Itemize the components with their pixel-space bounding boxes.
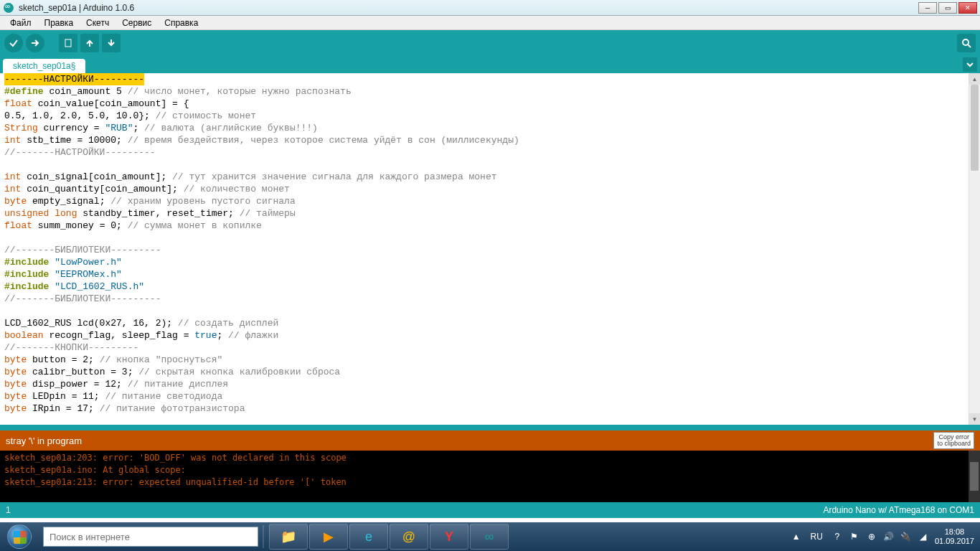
tray-show-hidden[interactable]: ▲ (791, 531, 802, 542)
language-indicator[interactable]: RU (808, 532, 826, 542)
board-info: Arduino Nano w/ ATmega168 on COM1 (823, 505, 974, 515)
tab-label: sketch_sep01a (13, 61, 71, 71)
file-new-icon (63, 38, 73, 48)
search-input[interactable] (44, 532, 258, 542)
console-line: sketch_sep01a.ino: At global scope: (4, 465, 186, 475)
windows-taskbar: 📁 ▶ e @ Y ∞ ▲ RU ? ⚑ ⊕ 🔊 🔌 ◢ 18:08 01.09… (0, 522, 980, 551)
system-tray: ▲ RU ? ⚑ ⊕ 🔊 🔌 ◢ 18:08 01.09.2017 (785, 527, 980, 546)
ie-icon: e (365, 529, 372, 545)
scroll-thumb[interactable] (971, 85, 979, 171)
arduino-icon: ∞ (485, 529, 494, 545)
task-yandex[interactable]: Y (430, 524, 468, 550)
console-output[interactable]: sketch_sep01a:203: error: 'BOD_OFF' was … (0, 451, 980, 502)
maximize-button[interactable]: ▭ (938, 2, 957, 14)
scroll-down-button[interactable]: ▼ (969, 413, 980, 425)
console-line: sketch_sep01a:213: error: expected unqua… (4, 477, 347, 487)
arduino-app-icon (3, 2, 14, 14)
task-explorer[interactable]: 📁 (269, 524, 308, 550)
verify-button[interactable] (4, 34, 23, 52)
tab-menu-button[interactable] (963, 57, 977, 72)
menu-file[interactable]: Файл (4, 17, 37, 29)
task-arduino[interactable]: ∞ (470, 524, 509, 550)
window-titlebar: sketch_sep01a | Arduino 1.0.6 ─ ▭ ✕ (0, 0, 980, 16)
menu-sketch[interactable]: Скетч (80, 17, 115, 29)
console-scrollbar[interactable] (969, 451, 980, 502)
check-icon (9, 38, 19, 48)
tab-sketch[interactable]: sketch_sep01a§ (3, 59, 85, 73)
open-button[interactable] (80, 34, 99, 52)
windows-logo-icon (7, 524, 32, 549)
play-icon: ▶ (324, 529, 334, 545)
upload-button[interactable] (26, 34, 44, 52)
arrow-down-icon (106, 38, 116, 48)
serial-monitor-button[interactable] (957, 34, 976, 52)
tray-volume-icon[interactable]: 🔊 (883, 531, 895, 542)
window-title: sketch_sep01a | Arduino 1.0.6 (19, 3, 918, 13)
menu-bar: Файл Правка Скетч Сервис Справка (0, 16, 980, 30)
pane-divider[interactable] (0, 425, 980, 430)
close-button[interactable]: ✕ (958, 2, 977, 14)
task-media-player[interactable]: ▶ (309, 524, 348, 550)
chevron-down-icon (966, 61, 974, 68)
clock-date: 01.09.2017 (935, 537, 974, 546)
scroll-thumb[interactable] (970, 462, 979, 491)
menu-help[interactable]: Справка (159, 17, 204, 29)
window-buttons: ─ ▭ ✕ (918, 2, 977, 14)
tray-wifi-icon[interactable]: ◢ (918, 531, 929, 542)
tray-flag-icon[interactable]: ⚑ (849, 531, 860, 542)
folder-icon: 📁 (281, 529, 296, 545)
task-mail[interactable]: @ (390, 524, 428, 550)
tray-help-icon[interactable]: ? (831, 531, 843, 542)
editor-area: -------НАСТРОЙКИ--------- #define coin_a… (0, 73, 980, 425)
arrow-right-icon (30, 38, 40, 48)
yandex-icon: Y (445, 529, 453, 545)
arrow-up-icon (85, 38, 95, 48)
task-ie[interactable]: e (349, 524, 388, 550)
taskbar-search[interactable] (43, 527, 258, 547)
code-editor[interactable]: -------НАСТРОЙКИ--------- #define coin_a… (0, 73, 969, 425)
menu-edit[interactable]: Правка (39, 17, 80, 29)
magnifier-icon (961, 38, 971, 48)
tray-power-icon[interactable]: 🔌 (900, 531, 912, 542)
error-header: stray '\' in program Copy error to clipb… (0, 430, 980, 451)
editor-scrollbar[interactable]: ▲ ▼ (969, 73, 980, 425)
taskbar-clock[interactable]: 18:08 01.09.2017 (935, 527, 974, 546)
svg-rect-0 (65, 39, 71, 47)
tab-bar: sketch_sep01a§ (0, 56, 980, 73)
new-button[interactable] (59, 34, 77, 52)
taskbar-separator (263, 525, 264, 548)
error-summary: stray '\' in program (6, 435, 933, 446)
tab-dirty-marker: § (71, 61, 76, 71)
console-line: sketch_sep01a:203: error: 'BOD_OFF' was … (4, 453, 347, 463)
copy-error-button[interactable]: Copy error to clipboard (933, 432, 974, 449)
minimize-button[interactable]: ─ (918, 2, 937, 14)
highlighted-line: -------НАСТРОЙКИ--------- (4, 73, 144, 85)
mail-icon: @ (402, 529, 415, 545)
clock-time: 18:08 (935, 527, 974, 537)
start-button[interactable] (0, 522, 39, 551)
toolbar (0, 30, 980, 56)
svg-point-1 (963, 39, 969, 45)
status-bar: 1 Arduino Nano w/ ATmega168 on COM1 (0, 502, 980, 518)
line-number: 1 (6, 505, 823, 515)
menu-tools[interactable]: Сервис (116, 17, 157, 29)
scroll-up-button[interactable]: ▲ (969, 73, 980, 85)
tray-network-icon[interactable]: ⊕ (866, 531, 877, 542)
save-button[interactable] (102, 34, 121, 52)
